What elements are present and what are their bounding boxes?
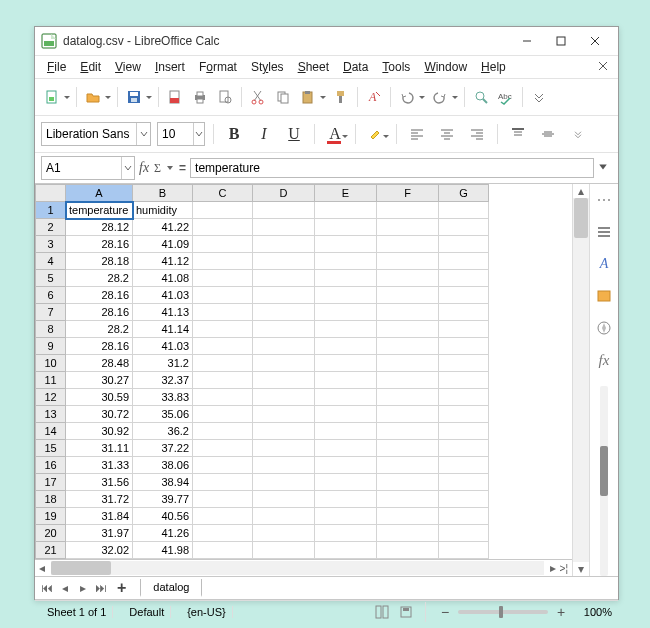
cell[interactable] bbox=[193, 321, 253, 338]
formula-input[interactable]: temperature bbox=[190, 158, 594, 178]
cell[interactable]: 28.16 bbox=[66, 304, 133, 321]
cell[interactable] bbox=[377, 457, 439, 474]
save-button[interactable] bbox=[123, 85, 153, 109]
italic-button[interactable]: I bbox=[252, 122, 276, 146]
cell[interactable] bbox=[193, 372, 253, 389]
cell-reference-combo[interactable] bbox=[41, 156, 135, 180]
undo-button[interactable] bbox=[396, 85, 426, 109]
cell[interactable] bbox=[253, 355, 315, 372]
menu-insert[interactable]: Insert bbox=[149, 57, 191, 77]
menu-file[interactable]: File bbox=[41, 57, 72, 77]
clear-format-button[interactable]: A bbox=[363, 85, 385, 109]
redo-button[interactable] bbox=[429, 85, 459, 109]
cell[interactable] bbox=[253, 304, 315, 321]
cell[interactable]: 32.37 bbox=[133, 372, 193, 389]
cell[interactable] bbox=[377, 542, 439, 559]
properties-panel-icon[interactable] bbox=[594, 222, 614, 242]
row-header[interactable]: 19 bbox=[36, 508, 66, 525]
cell[interactable] bbox=[193, 525, 253, 542]
functions-panel-icon[interactable]: fx bbox=[594, 350, 614, 370]
cell[interactable] bbox=[193, 457, 253, 474]
cell[interactable] bbox=[315, 270, 377, 287]
cell[interactable]: 28.16 bbox=[66, 236, 133, 253]
vertical-scrollbar[interactable]: ▴ ▾ bbox=[572, 184, 589, 576]
cell[interactable]: 38.06 bbox=[133, 457, 193, 474]
cell[interactable] bbox=[253, 508, 315, 525]
cell[interactable]: 41.08 bbox=[133, 270, 193, 287]
cell[interactable] bbox=[377, 508, 439, 525]
menu-format[interactable]: Format bbox=[193, 57, 243, 77]
cell[interactable]: 28.2 bbox=[66, 270, 133, 287]
cell[interactable] bbox=[377, 236, 439, 253]
cell[interactable] bbox=[439, 270, 489, 287]
cell[interactable] bbox=[315, 304, 377, 321]
cell[interactable]: 41.22 bbox=[133, 219, 193, 236]
row-header[interactable]: 14 bbox=[36, 423, 66, 440]
cell[interactable] bbox=[315, 338, 377, 355]
cell[interactable]: 33.83 bbox=[133, 389, 193, 406]
chevron-down-icon[interactable] bbox=[193, 123, 204, 145]
cell[interactable] bbox=[439, 355, 489, 372]
align-right-button[interactable] bbox=[465, 122, 489, 146]
cell[interactable] bbox=[439, 491, 489, 508]
cell[interactable] bbox=[193, 287, 253, 304]
cell[interactable] bbox=[377, 525, 439, 542]
row-header[interactable]: 2 bbox=[36, 219, 66, 236]
cell[interactable] bbox=[193, 542, 253, 559]
menu-tools[interactable]: Tools bbox=[376, 57, 416, 77]
menu-data[interactable]: Data bbox=[337, 57, 374, 77]
vscroll-thumb[interactable] bbox=[574, 198, 588, 238]
menu-styles[interactable]: Styles bbox=[245, 57, 290, 77]
prev-sheet-button[interactable]: ◂ bbox=[57, 580, 73, 596]
cell[interactable] bbox=[315, 423, 377, 440]
cell[interactable] bbox=[253, 236, 315, 253]
cell[interactable]: 40.56 bbox=[133, 508, 193, 525]
cell[interactable] bbox=[253, 457, 315, 474]
cell[interactable] bbox=[253, 474, 315, 491]
cell[interactable] bbox=[377, 219, 439, 236]
cell[interactable] bbox=[439, 219, 489, 236]
print-preview-button[interactable] bbox=[214, 85, 236, 109]
row-header[interactable]: 1 bbox=[36, 202, 66, 219]
cell[interactable] bbox=[253, 219, 315, 236]
cell[interactable] bbox=[253, 270, 315, 287]
styles-panel-icon[interactable]: A bbox=[594, 254, 614, 274]
row-header[interactable]: 8 bbox=[36, 321, 66, 338]
cell[interactable] bbox=[315, 491, 377, 508]
equals-icon[interactable]: = bbox=[179, 161, 186, 175]
cell[interactable]: 41.26 bbox=[133, 525, 193, 542]
cell[interactable] bbox=[439, 474, 489, 491]
cell[interactable] bbox=[377, 389, 439, 406]
cell[interactable] bbox=[377, 372, 439, 389]
row-header[interactable]: 16 bbox=[36, 457, 66, 474]
cell[interactable] bbox=[377, 423, 439, 440]
dropdown-icon[interactable] bbox=[166, 161, 174, 175]
cell[interactable] bbox=[377, 440, 439, 457]
cell[interactable] bbox=[377, 321, 439, 338]
cell[interactable] bbox=[253, 525, 315, 542]
cell[interactable] bbox=[193, 389, 253, 406]
paste-button[interactable] bbox=[297, 85, 327, 109]
cell[interactable]: temperature bbox=[66, 202, 133, 219]
select-all-corner[interactable] bbox=[36, 185, 66, 202]
cell[interactable] bbox=[315, 287, 377, 304]
cell[interactable] bbox=[253, 202, 315, 219]
cell[interactable]: 28.16 bbox=[66, 287, 133, 304]
sidebar-menu-icon[interactable] bbox=[594, 190, 614, 210]
cell[interactable] bbox=[193, 202, 253, 219]
font-name-combo[interactable] bbox=[41, 122, 151, 146]
row-header[interactable]: 15 bbox=[36, 440, 66, 457]
cell[interactable] bbox=[315, 321, 377, 338]
cell[interactable] bbox=[439, 457, 489, 474]
cell[interactable]: 28.16 bbox=[66, 338, 133, 355]
sidebar-scroll-track[interactable] bbox=[600, 386, 608, 576]
cell[interactable] bbox=[193, 355, 253, 372]
cell[interactable] bbox=[315, 372, 377, 389]
spreadsheet-grid[interactable]: ABCDEFG1temperaturehumidity228.1241.2232… bbox=[35, 184, 489, 559]
row-header[interactable]: 13 bbox=[36, 406, 66, 423]
cell[interactable] bbox=[193, 338, 253, 355]
chevron-down-icon[interactable] bbox=[136, 123, 150, 145]
cell[interactable] bbox=[377, 287, 439, 304]
cell[interactable] bbox=[193, 219, 253, 236]
cell[interactable] bbox=[439, 253, 489, 270]
